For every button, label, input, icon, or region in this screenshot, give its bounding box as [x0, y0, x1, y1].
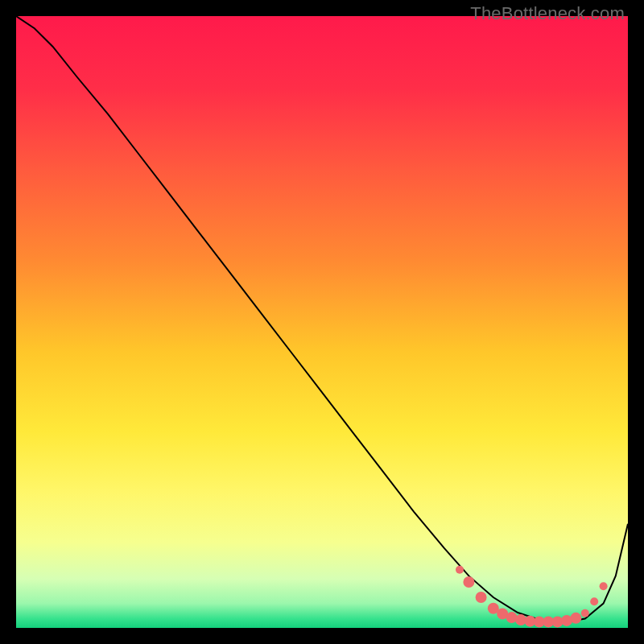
chart-canvas: [16, 16, 628, 628]
marker-point: [581, 609, 589, 617]
chart-frame: [16, 16, 628, 628]
watermark-text: TheBottleneck.com: [470, 3, 625, 24]
marker-point: [590, 597, 598, 605]
gradient-background: [16, 16, 628, 628]
marker-point: [463, 576, 474, 588]
marker-point: [476, 592, 487, 603]
marker-point: [456, 566, 464, 574]
marker-point: [570, 613, 581, 624]
marker-point: [600, 582, 608, 590]
